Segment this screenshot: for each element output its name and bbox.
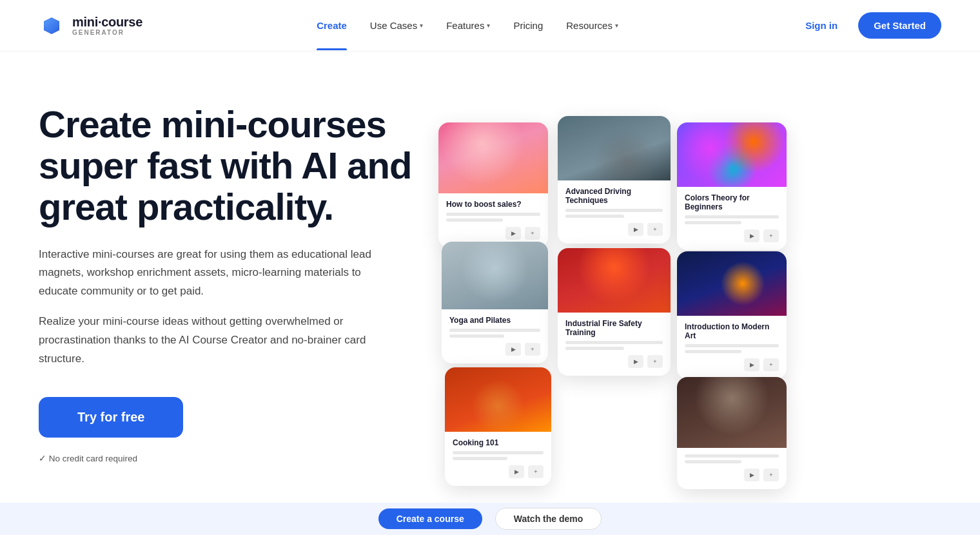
card-1-title: How to boost sales?	[446, 200, 540, 209]
card-action-btn[interactable]: +	[647, 355, 663, 368]
card-7-image	[445, 367, 551, 432]
card-7-title: Cooking 101	[453, 438, 544, 447]
hero-section: Create mini-courses super fast with AI a…	[0, 52, 980, 503]
card-action-btn[interactable]: +	[528, 465, 544, 478]
card-line	[449, 334, 504, 338]
nav-create[interactable]: Create	[306, 15, 357, 36]
card-line	[453, 451, 544, 454]
card-3-img-content	[677, 122, 787, 187]
card-3-image	[677, 122, 787, 187]
card-action-btn[interactable]: ▶	[744, 229, 760, 242]
card-3-body: Colors Theory for Beginners ▶ +	[677, 187, 787, 250]
nav-use-cases[interactable]: Use Cases ▾	[360, 15, 433, 36]
card-line	[685, 221, 741, 224]
card-action-btn[interactable]: ▶	[628, 223, 643, 236]
nav-resources[interactable]: Resources ▾	[556, 15, 629, 36]
course-card-3[interactable]: Colors Theory for Beginners ▶ +	[677, 122, 787, 250]
card-line	[449, 329, 540, 332]
course-card-8[interactable]: ▶ +	[677, 377, 787, 489]
card-5-actions: ▶ +	[565, 355, 663, 368]
watch-demo-button[interactable]: Watch the demo	[495, 508, 602, 530]
card-2-title: Advanced Driving Techniques	[565, 187, 663, 205]
card-8-actions: ▶ +	[685, 469, 779, 481]
card-4-lines	[449, 329, 540, 338]
course-card-5[interactable]: Industrial Fire Safety Training ▶ +	[558, 248, 671, 376]
card-action-btn[interactable]: ▶	[744, 358, 760, 371]
card-1-body: How to boost sales? ▶ +	[438, 193, 548, 247]
card-line	[446, 213, 540, 216]
logo[interactable]: mini·course GENERATOR	[39, 12, 142, 39]
card-action-btn[interactable]: ▶	[505, 227, 521, 240]
card-line	[565, 215, 624, 218]
card-5-img-content	[558, 248, 671, 313]
card-4-image	[442, 242, 548, 309]
course-card-1[interactable]: How to boost sales? ▶ +	[438, 122, 548, 247]
hero-title: Create mini-courses super fast with AI a…	[39, 104, 413, 227]
card-1-image	[438, 122, 548, 193]
card-8-body: ▶ +	[677, 448, 787, 489]
card-4-title: Yoga and Pilates	[449, 316, 540, 325]
card-3-actions: ▶ +	[685, 229, 779, 242]
no-credit-card-label: ✓ No credit card required	[39, 453, 413, 463]
bottom-strip: Create a course Watch the demo	[0, 503, 980, 535]
card-action-btn[interactable]: +	[763, 229, 779, 242]
nav-pricing[interactable]: Pricing	[503, 15, 553, 36]
create-course-button[interactable]: Create a course	[378, 508, 482, 529]
card-line	[685, 454, 779, 458]
card-6-body: Introduction to Modern Art ▶ +	[677, 316, 787, 379]
logo-sub: GENERATOR	[72, 29, 142, 36]
card-6-img-content	[677, 251, 787, 316]
card-6-actions: ▶ +	[685, 358, 779, 371]
logo-icon	[39, 12, 66, 39]
try-free-button[interactable]: Try for free	[39, 397, 183, 438]
card-7-actions: ▶ +	[453, 465, 544, 478]
card-action-btn[interactable]: +	[763, 469, 779, 481]
card-5-image	[558, 248, 671, 313]
card-2-img-content	[558, 116, 671, 180]
card-action-btn[interactable]: ▶	[505, 343, 521, 356]
card-2-lines	[565, 209, 663, 218]
card-4-body: Yoga and Pilates ▶ +	[442, 309, 548, 363]
card-action-btn[interactable]: ▶	[744, 469, 760, 481]
card-line	[453, 457, 507, 460]
nav-features[interactable]: Features ▾	[436, 15, 500, 36]
card-4-img-content	[442, 242, 548, 309]
nav-links: Create Use Cases ▾ Features ▾ Pricing Re…	[306, 15, 629, 36]
card-line	[685, 350, 741, 353]
card-5-title: Industrial Fire Safety Training	[565, 319, 663, 337]
card-action-btn[interactable]: +	[525, 343, 540, 356]
card-line	[565, 209, 663, 212]
card-1-actions: ▶ +	[446, 227, 540, 240]
card-action-btn[interactable]: +	[763, 358, 779, 371]
course-card-4[interactable]: Yoga and Pilates ▶ +	[442, 242, 548, 363]
card-2-body: Advanced Driving Techniques ▶ +	[558, 180, 671, 244]
card-line	[565, 347, 624, 350]
signin-button[interactable]: Sign in	[792, 14, 850, 37]
logo-text: mini·course GENERATOR	[72, 15, 142, 36]
card-action-btn[interactable]: +	[647, 223, 663, 236]
card-1-img-content	[438, 122, 548, 193]
course-card-7[interactable]: Cooking 101 ▶ +	[445, 367, 551, 486]
card-action-btn[interactable]: ▶	[509, 465, 524, 478]
chevron-down-icon: ▾	[615, 22, 618, 29]
get-started-button[interactable]: Get Started	[858, 12, 941, 39]
hero-content: Create mini-courses super fast with AI a…	[39, 104, 413, 463]
card-line	[685, 460, 741, 463]
card-7-img-content	[445, 367, 551, 432]
navbar: mini·course GENERATOR Create Use Cases ▾…	[0, 0, 980, 52]
course-card-2[interactable]: Advanced Driving Techniques ▶ +	[558, 116, 671, 244]
logo-name: mini·course	[72, 15, 142, 29]
card-line	[685, 344, 779, 347]
hero-desc2: Realize your mini-course ideas without g…	[39, 313, 374, 369]
card-action-btn[interactable]: +	[525, 227, 540, 240]
card-3-lines	[685, 215, 779, 224]
card-4-actions: ▶ +	[449, 343, 540, 356]
card-5-body: Industrial Fire Safety Training ▶ +	[558, 313, 671, 376]
card-line	[446, 218, 503, 222]
hero-visual: How to boost sales? ▶ + Advanced Driving…	[438, 116, 941, 451]
card-action-btn[interactable]: ▶	[628, 355, 643, 368]
card-6-lines	[685, 344, 779, 353]
course-card-6[interactable]: Introduction to Modern Art ▶ +	[677, 251, 787, 379]
nav-actions: Sign in Get Started	[792, 12, 941, 39]
card-8-img-content	[677, 377, 787, 448]
